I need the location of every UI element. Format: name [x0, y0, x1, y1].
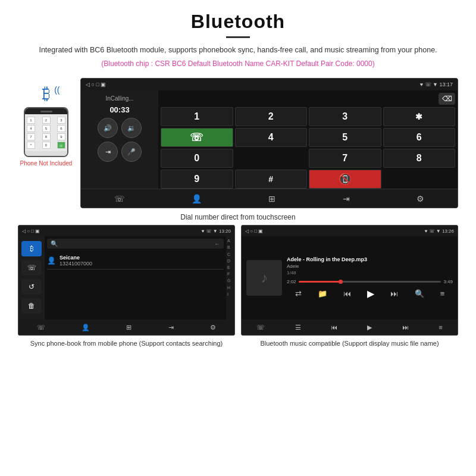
call-accept-button[interactable]: ☏	[161, 128, 233, 147]
pb-nav-settings-icon[interactable]: ⚙	[210, 324, 216, 331]
music-folder-icon[interactable]: 📁	[318, 289, 327, 298]
music-status-left: ◁ ○ □ ▣	[245, 228, 263, 234]
key-8[interactable]: 8	[383, 149, 456, 168]
main-caption: Dial number direct from touchscreen	[0, 213, 476, 221]
backspace-button[interactable]: ⌫	[439, 93, 455, 105]
pb-refresh-button[interactable]: ↺	[21, 279, 42, 295]
nav-transfer-icon[interactable]: ⇥	[343, 194, 350, 203]
nav-grid-icon[interactable]: ⊞	[268, 194, 275, 203]
key-0[interactable]: 0	[161, 149, 233, 168]
phone-call-key: ☏	[57, 142, 65, 149]
pb-letter-b[interactable]: B	[227, 244, 233, 250]
calling-label: InCalling...	[105, 95, 133, 102]
music-eq-icon[interactable]: ≡	[440, 289, 445, 298]
music-nav-prev-icon[interactable]: ⏮	[331, 324, 337, 331]
key-2[interactable]: 2	[235, 107, 308, 126]
music-info: Adele - Rolling in the Deep.mp3 Adele 1/…	[287, 256, 453, 299]
music-nav-list-icon[interactable]: ☰	[295, 324, 301, 331]
pb-sidebar: ₿ ☏ ↺ 🗑	[18, 236, 45, 320]
music-track-info: 1/48	[287, 270, 453, 275]
pb-letter-d[interactable]: D	[227, 258, 233, 264]
nav-call-icon[interactable]: ☏	[114, 194, 125, 203]
pb-bluetooth-button[interactable]: ₿	[21, 241, 42, 256]
pb-nav-bar: ☏ 👤 ⊞ ⇥ ⚙	[18, 320, 234, 335]
pb-back-arrow-icon[interactable]: ←	[214, 240, 220, 247]
music-prev-icon[interactable]: ⏮	[343, 289, 351, 298]
phonebook-caption: Sync phone-book from mobile phone (Suppo…	[30, 339, 223, 349]
key-6[interactable]: 6	[383, 128, 456, 147]
key-9[interactable]: 9	[161, 170, 233, 189]
music-next-icon[interactable]: ⏭	[390, 289, 398, 298]
title-divider	[226, 36, 250, 38]
phone-key: 1	[27, 117, 35, 124]
pb-delete-button[interactable]: 🗑	[21, 298, 42, 314]
calling-panel: InCalling... 00:33 🔊 🔉 ⇥ 🎤	[81, 90, 158, 189]
car-nav-bar: ☏ 👤 ⊞ ⇥ ⚙	[81, 189, 458, 208]
music-statusbar: ◁ ○ □ ▣ ♥ ☏ ▼ 13:26	[242, 226, 458, 236]
key-5[interactable]: 5	[309, 128, 381, 147]
pb-contact-number: 13241007000	[60, 261, 92, 267]
music-time-current: 2:02	[287, 279, 296, 284]
music-nav-play-icon[interactable]: ▶	[367, 324, 372, 331]
music-nav-eq-icon[interactable]: ≡	[439, 324, 442, 331]
music-shuffle-icon[interactable]: ⇄	[295, 289, 302, 298]
mic-button[interactable]: 🎤	[121, 142, 142, 162]
nav-settings-icon[interactable]: ⚙	[416, 194, 424, 203]
pb-letter-a[interactable]: A	[227, 237, 233, 244]
keypad-input-row: ⌫	[161, 93, 455, 105]
pb-contact-info: Seicane 13241007000	[60, 255, 92, 267]
pb-body: ₿ ☏ ↺ 🗑 🔍 ← 👤 Seicane 1324	[18, 236, 234, 320]
bluetooth-info: (Bluetooth chip : CSR BC6 Default Blueto…	[24, 58, 452, 70]
pb-nav-grid-icon[interactable]: ⊞	[126, 324, 131, 331]
key-1[interactable]: 1	[161, 107, 233, 126]
key-hash[interactable]: #	[235, 170, 308, 189]
pb-letter-e[interactable]: E	[227, 264, 233, 271]
phone-key: 2	[42, 117, 51, 124]
key-7[interactable]: 7	[309, 149, 381, 168]
phone-not-included-label: Phone Not Included	[20, 160, 73, 167]
pb-letter-i[interactable]: I	[227, 291, 233, 298]
status-right: ♥ ☏ ▼ 13:17	[420, 82, 453, 87]
pb-content: 🔍 ← 👤 Seicane 13241007000	[45, 236, 226, 320]
pb-nav-contacts-icon[interactable]: 👤	[82, 324, 90, 331]
pb-letter-f[interactable]: F	[227, 271, 233, 277]
call-end-button[interactable]: 📵	[309, 170, 381, 189]
pb-letter-g[interactable]: G	[227, 277, 233, 284]
description-text: Integrated with BC6 Bluetooth module, su…	[24, 44, 452, 56]
pb-contact-name: Seicane	[60, 255, 92, 261]
call-btn-row-2: ⇥ 🎤	[98, 142, 142, 162]
key-star[interactable]: ✱	[383, 107, 456, 126]
pb-contact-avatar-icon: 👤	[47, 256, 56, 265]
phonebook-screen: ◁ ○ □ ▣ ♥ ☏ ▼ 13:20 ₿ ☏ ↺ 🗑 🔍 ←	[18, 225, 235, 336]
key-3[interactable]: 3	[309, 107, 381, 126]
music-screen: ◁ ○ □ ▣ ♥ ☏ ▼ 13:26 ♪ Adele - Rolling in…	[241, 225, 458, 336]
music-play-icon[interactable]: ▶	[367, 288, 374, 299]
music-time-total: 3:49	[443, 279, 453, 284]
phone-bottom-bar	[25, 151, 67, 156]
bluetooth-icon-wrap: ₿ ((	[42, 84, 51, 104]
music-nav-bar: ☏ ☰ ⏮ ▶ ⏭ ≡	[242, 320, 458, 335]
pb-letter-c[interactable]: C	[227, 251, 233, 258]
music-progress-bar[interactable]	[299, 281, 441, 283]
pb-nav-call-icon[interactable]: ☏	[37, 324, 45, 331]
phonebook-item: ◁ ○ □ ▣ ♥ ☏ ▼ 13:20 ₿ ☏ ↺ 🗑 🔍 ←	[18, 225, 235, 349]
volume-up-button[interactable]: 🔊	[98, 118, 118, 138]
pb-contact-row[interactable]: 👤 Seicane 13241007000	[47, 252, 224, 270]
phone-key: 9	[57, 133, 65, 140]
nav-contacts-icon[interactable]: 👤	[192, 194, 202, 203]
pb-status-left: ◁ ○ □ ▣	[22, 228, 40, 234]
music-progress-dot	[339, 280, 343, 284]
music-title: Adele - Rolling in the Deep.mp3	[287, 256, 453, 262]
transfer-button[interactable]: ⇥	[98, 142, 118, 162]
pb-letter-h[interactable]: H	[227, 284, 233, 291]
key-4[interactable]: 4	[235, 128, 308, 147]
music-search-icon[interactable]: 🔍	[415, 289, 424, 298]
pb-call-button[interactable]: ☏	[21, 260, 42, 275]
music-nav-next-icon[interactable]: ⏭	[402, 324, 409, 331]
phone-key: 6	[57, 125, 65, 132]
music-artist: Adele	[287, 264, 453, 269]
phone-key: 3	[57, 117, 65, 124]
pb-nav-transfer-icon[interactable]: ⇥	[168, 324, 174, 331]
volume-down-button[interactable]: 🔉	[121, 118, 142, 138]
music-nav-call-icon[interactable]: ☏	[256, 324, 265, 331]
